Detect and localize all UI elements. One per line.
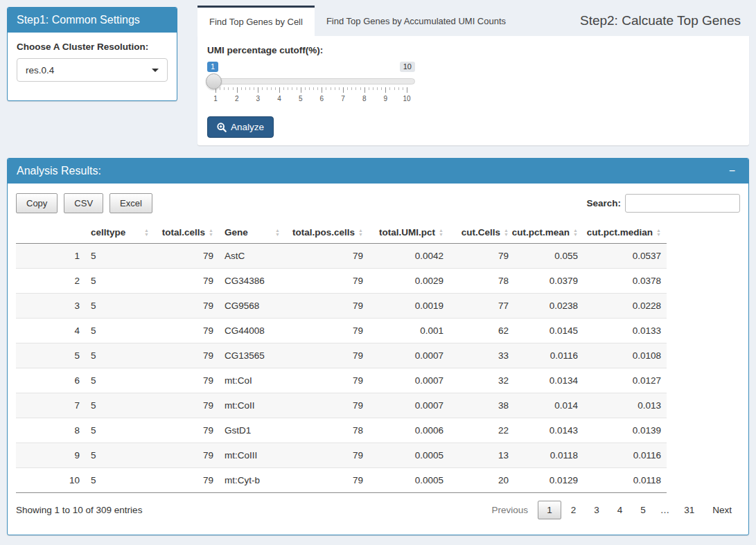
pagination-page-5[interactable]: 5 — [632, 501, 654, 519]
table-cell: 4 — [16, 319, 85, 343]
pagination-page-3[interactable]: 3 — [586, 501, 608, 519]
slider-tick-minor — [283, 87, 284, 90]
table-cell: 79 — [155, 343, 219, 368]
table-cell: 38 — [449, 393, 514, 418]
table-cell: 0.0118 — [514, 443, 583, 468]
pagination-previous[interactable]: Previous — [484, 501, 537, 519]
table-cell: 0.0118 — [583, 468, 667, 493]
slider-tick-minor — [241, 87, 242, 90]
table-cell: 0.0238 — [514, 294, 583, 319]
table-row[interactable]: 4579CG44008790.001620.01450.0133 — [16, 319, 667, 343]
table-row[interactable]: 3579CG9568790.0019770.02380.0228 — [16, 294, 667, 319]
sort-icon: ▲▼ — [656, 229, 661, 237]
column-header-total-umi-pct[interactable]: total.UMI.pct▲▼ — [369, 222, 449, 244]
table-cell: 78 — [285, 418, 369, 443]
analyze-button[interactable]: Analyze — [207, 116, 274, 138]
pagination-next[interactable]: Next — [704, 501, 740, 519]
slider-tick-minor — [224, 87, 225, 90]
pagination-page-31[interactable]: 31 — [676, 501, 703, 519]
slider-tick-minor — [309, 87, 310, 90]
slider-tick-minor — [389, 87, 390, 90]
column-header-cut-pct-mean[interactable]: cut.pct.mean▲▼ — [514, 222, 583, 244]
table-cell: 5 — [85, 294, 155, 319]
column-header-celltype[interactable]: celltype▲▼ — [85, 222, 155, 244]
slider-tick-major — [279, 87, 280, 93]
pagination-page-2[interactable]: 2 — [563, 501, 585, 519]
table-cell: 0.014 — [514, 393, 583, 418]
tab-find-top-genes-by-accumulated-umi-counts[interactable]: Find Top Genes by Accumulated UMI Counts — [315, 6, 518, 36]
column-header-label: Gene — [225, 227, 248, 238]
column-header-total-cells[interactable]: total.cells▲▼ — [155, 222, 219, 244]
table-row[interactable]: 1579AstC790.0042790.0550.0537 — [16, 244, 667, 269]
slider-track[interactable] — [207, 78, 415, 84]
table-cell: 5 — [85, 468, 155, 493]
table-cell: 0.0127 — [583, 368, 667, 393]
slider-tick-minor — [317, 87, 318, 90]
table-row[interactable]: 2579CG34386790.0029780.03790.0378 — [16, 269, 667, 294]
table-cell: mt:CoI — [219, 368, 285, 393]
copy-button[interactable]: Copy — [16, 193, 58, 213]
table-row[interactable]: 7579mt:CoII790.0007380.0140.013 — [16, 393, 667, 418]
table-cell: mt:Cyt-b — [219, 468, 285, 493]
table-row[interactable]: 10579mt:Cyt-b790.0005200.01290.0118 — [16, 468, 667, 493]
slider-tick-minor — [249, 87, 250, 90]
slider-tick-label: 2 — [235, 95, 239, 102]
table-cell: 5 — [85, 343, 155, 368]
table-cell: 0.0108 — [583, 343, 667, 368]
slider-tick-minor — [347, 87, 348, 90]
table-cell: 62 — [449, 319, 514, 343]
slider-tick-minor — [403, 87, 403, 90]
table-row[interactable]: 6579mt:CoI790.0007320.01340.0127 — [16, 368, 667, 393]
table-cell: 9 — [16, 443, 85, 468]
slider-tick-minor — [292, 87, 292, 90]
column-header-cut-cells[interactable]: cut.Cells▲▼ — [449, 222, 514, 244]
column-header-total-pos-cells[interactable]: total.pos.cells▲▼ — [285, 222, 369, 244]
pagination: Previous12345…31Next — [484, 501, 740, 519]
slider-tick-minor — [305, 87, 306, 90]
sort-icon: ▲▼ — [573, 229, 578, 237]
table-cell: 0.013 — [583, 393, 667, 418]
table-cell: GstD1 — [219, 418, 285, 443]
table-cell: 5 — [16, 343, 85, 368]
table-cell: CG44008 — [219, 319, 285, 343]
slider-tick-minor — [275, 87, 276, 90]
table-cell: 79 — [155, 468, 219, 493]
slider-tick-major — [237, 87, 238, 93]
sort-icon: ▲▼ — [209, 229, 213, 237]
step1-panel-header: Step1: Common Settings — [8, 8, 177, 33]
cluster-resolution-value: res.0.4 — [26, 65, 54, 75]
table-cell: 0.0143 — [514, 418, 583, 443]
csv-button[interactable]: CSV — [64, 193, 103, 213]
search-label: Search: — [586, 198, 621, 208]
table-row[interactable]: 5579CG13565790.0007330.01160.0108 — [16, 343, 667, 368]
slider-tick-minor — [381, 87, 382, 90]
sort-icon: ▲▼ — [504, 229, 509, 237]
cluster-resolution-select[interactable]: res.0.4 — [17, 58, 168, 82]
search-input[interactable] — [625, 194, 740, 213]
analysis-results-title: Analysis Results: — [17, 165, 101, 177]
slider-handle[interactable] — [206, 73, 222, 89]
table-row[interactable]: 8579GstD1780.0006220.01430.0139 — [16, 418, 667, 443]
table-row[interactable]: 9579mt:CoIII790.0005130.01180.0116 — [16, 443, 667, 468]
slider-tick-major — [258, 87, 258, 93]
column-header-gene[interactable]: Gene▲▼ — [219, 222, 285, 244]
table-cell: 79 — [285, 244, 369, 269]
excel-button[interactable]: Excel — [109, 193, 152, 213]
tab-find-top-genes-by-cell[interactable]: Find Top Genes by Cell — [197, 6, 315, 36]
table-cell: 3 — [16, 294, 85, 319]
table-cell: 5 — [85, 269, 155, 294]
pagination-page-1[interactable]: 1 — [538, 501, 561, 519]
table-cell: 79 — [285, 343, 369, 368]
table-cell: 78 — [449, 269, 514, 294]
slider-grid: 12345678910 — [216, 87, 407, 106]
table-cell: 5 — [85, 244, 155, 269]
pagination-page-4[interactable]: 4 — [609, 501, 631, 519]
column-header-cut-pct-median[interactable]: cut.pct.median▲▼ — [583, 222, 667, 244]
collapse-button[interactable]: − — [725, 165, 739, 177]
table-cell: 0.0029 — [369, 269, 449, 294]
table-cell: 2 — [16, 269, 85, 294]
table-cell: 79 — [155, 244, 219, 269]
table-cell: 79 — [285, 269, 369, 294]
search-plus-icon — [217, 123, 227, 132]
table-cell: 0.0042 — [369, 244, 449, 269]
